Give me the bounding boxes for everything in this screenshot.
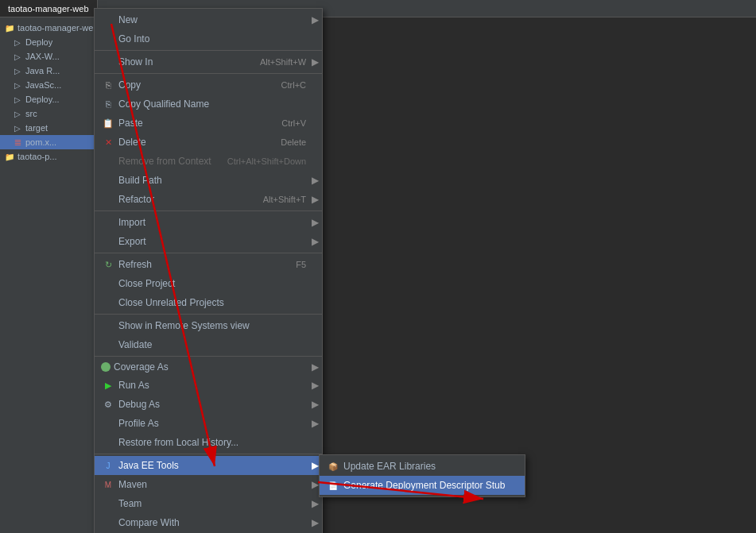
tree-item-pom[interactable]: 𝌆 pom.x...: [0, 135, 103, 149]
tree-item[interactable]: ▷ Java R...: [0, 64, 103, 78]
menu-item-closeunrelated[interactable]: Close Unrelated Projects: [95, 293, 322, 312]
javaee-icon: J: [101, 458, 115, 473]
tree-item[interactable]: ▷ JAX-W...: [0, 49, 103, 64]
folder-icon: ▷: [11, 36, 24, 48]
folder-icon: ▷: [11, 50, 24, 63]
menu-item-removefromcontext[interactable]: Remove from Context Ctrl+Alt+Shift+Down: [95, 152, 322, 171]
tab-label: taotao-manager-web: [8, 4, 89, 14]
menu-item-label: Compare With: [118, 517, 306, 528]
menu-item-buildpath[interactable]: Build Path ▶: [95, 171, 322, 190]
menu-item-label: Coverage As: [114, 361, 306, 373]
menu-item-coverageas[interactable]: Coverage As ▶: [95, 358, 322, 376]
menu-item-label: Copy: [118, 79, 266, 91]
tree-item[interactable]: ▷ src: [0, 106, 103, 121]
menu-shortcut: F5: [296, 260, 306, 269]
menu-separator: [95, 50, 322, 51]
folder-icon: ▷: [11, 64, 24, 77]
tab-pom[interactable]: taotao-manager-web: [0, 0, 98, 17]
menu-item-javaeetools[interactable]: J Java EE Tools ▶: [95, 456, 322, 475]
menu-item-validate[interactable]: Validate: [95, 335, 322, 354]
refresh-icon: ↻: [101, 257, 115, 272]
new-icon: [101, 13, 115, 27]
team-icon: [101, 496, 115, 511]
submenu-arrow: ▶: [312, 479, 319, 490]
menu-item-runas[interactable]: ▶ Run As ▶: [95, 376, 322, 395]
submenu-arrow: ▶: [312, 56, 319, 68]
tree-label: target: [25, 123, 48, 133]
submenu-item-updateear[interactable]: 📦 Update EAR Libraries: [320, 457, 525, 476]
submenu-arrow: ▶: [312, 418, 319, 429]
submenu-arrow: ▶: [312, 380, 319, 391]
menu-item-comparewith[interactable]: Compare With ▶: [95, 513, 322, 532]
tree-label: taotao-manager-web: [17, 23, 99, 33]
menu-item-debugas[interactable]: ⚙ Debug As ▶: [95, 395, 322, 414]
menu-item-label: Copy Qualified Name: [118, 98, 306, 110]
menu-shortcut: Ctrl+C: [281, 80, 306, 90]
menu-item-export[interactable]: Export ▶: [95, 232, 322, 251]
menu-separator: [95, 73, 322, 74]
submenu-arrow: ▶: [312, 236, 319, 247]
showin-icon: [101, 55, 115, 69]
import-icon: [101, 215, 115, 230]
submenu-arrow: ▶: [312, 217, 319, 228]
submenu-item-generatedeployment[interactable]: 📄 Generate Deployment Descriptor Stub: [320, 476, 525, 495]
menu-item-label: Debug As: [118, 399, 306, 410]
menu-item-maven[interactable]: M Maven ▶: [95, 475, 322, 494]
closeunrelated-icon: [101, 295, 115, 310]
menu-item-team[interactable]: Team ▶: [95, 494, 322, 513]
menu-separator: [95, 454, 322, 454]
menu-item-copy[interactable]: ⎘ Copy Ctrl+C: [95, 75, 322, 95]
submenu-arrow: ▶: [312, 175, 319, 186]
menu-item-label: Restore from Local History...: [118, 437, 306, 448]
project-tree: 📁 taotao-manager-web ▷ Deploy ▷ JAX-W...…: [0, 17, 103, 533]
tree-label: Java R...: [25, 66, 60, 75]
menu-item-new[interactable]: New ▶: [95, 10, 322, 29]
tree-item[interactable]: ▷ JavaSc...: [0, 78, 103, 92]
menu-item-paste[interactable]: 📋 Paste Ctrl+V: [95, 114, 322, 133]
menu-item-label: New: [118, 14, 306, 25]
delete-icon: ✕: [101, 135, 115, 149]
menu-shortcut: Alt+Shift+T: [263, 195, 306, 204]
submenu-container: J Java EE Tools ▶ 📦 Update EAR Libraries…: [95, 456, 322, 475]
menu-item-refresh[interactable]: ↻ Refresh F5: [95, 255, 322, 274]
debug-icon: ⚙: [101, 397, 115, 411]
showremote-icon: [101, 319, 115, 333]
menu-item-profileas[interactable]: Profile As ▶: [95, 414, 322, 433]
tree-item[interactable]: 📁 taotao-p...: [0, 149, 103, 164]
menu-item-label: Java EE Tools: [118, 460, 306, 471]
tree-label: src: [25, 109, 37, 118]
menu-item-delete[interactable]: ✕ Delete Delete: [95, 133, 322, 152]
copyq-icon: ⎘: [101, 97, 115, 111]
menu-item-showin[interactable]: Show In Alt+Shift+W ▶: [95, 52, 322, 71]
paste-icon: 📋: [101, 116, 115, 130]
compare-icon: [101, 516, 115, 530]
tree-item[interactable]: ▷ Deploy...: [0, 92, 103, 106]
maven-icon: M: [101, 477, 115, 492]
menu-item-import[interactable]: Import ▶: [95, 213, 322, 232]
menu-item-label: Refactor: [118, 194, 247, 205]
tree-item[interactable]: 📁 taotao-manager-web: [0, 21, 103, 35]
menu-item-label: Go Into: [118, 33, 306, 44]
refactor-icon: [101, 192, 115, 207]
xml-icon: 𝌆: [11, 136, 24, 149]
menu-item-label: Run As: [118, 380, 306, 391]
menu-item-copyqualified[interactable]: ⎘ Copy Qualified Name: [95, 95, 322, 114]
submenu-arrow: ▶: [312, 399, 319, 410]
menu-item-restorefrom[interactable]: Restore from Local History...: [95, 433, 322, 452]
folder-icon: ▷: [11, 122, 24, 134]
submenu-arrow: ▶: [312, 194, 319, 205]
submenu-arrow: ▶: [312, 498, 319, 509]
copy-icon: ⎘: [101, 78, 115, 92]
remove-icon: [101, 154, 115, 168]
menu-item-label: Remove from Context: [118, 156, 211, 167]
closeproject-icon: [101, 276, 115, 291]
menu-item-gointo[interactable]: Go Into: [95, 29, 322, 48]
tree-item[interactable]: ▷ target: [0, 121, 103, 135]
tree-item[interactable]: ▷ Deploy: [0, 35, 103, 49]
restore-icon: [101, 435, 115, 450]
menu-separator: [95, 314, 322, 315]
menu-item-label: Close Unrelated Projects: [118, 297, 306, 308]
menu-item-closeproject[interactable]: Close Project: [95, 274, 322, 293]
menu-item-refactor[interactable]: Refactor Alt+Shift+T ▶: [95, 190, 322, 209]
menu-item-showremote[interactable]: Show in Remote Systems view: [95, 316, 322, 335]
